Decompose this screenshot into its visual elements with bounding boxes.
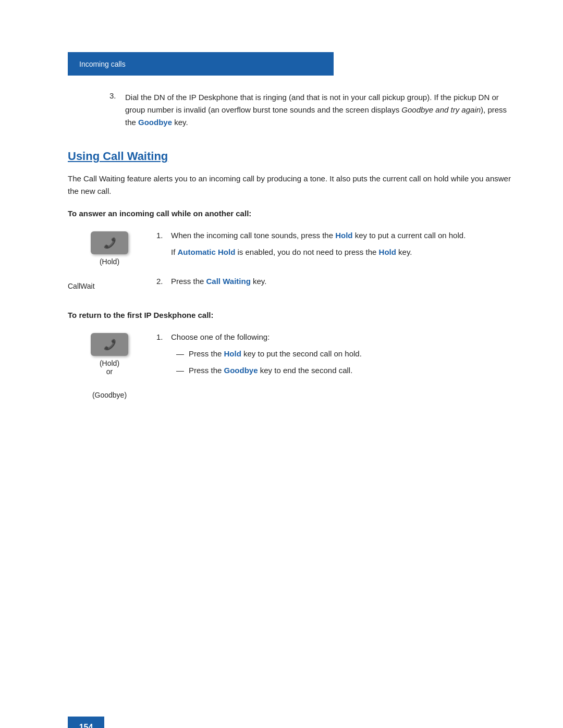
step3-text: Dial the DN of the IP Deskphone that is … <box>125 91 511 129</box>
hold-key-ref1: Hold <box>335 231 352 240</box>
hold-key-ref3: Hold <box>224 349 241 358</box>
answer-step1-para1: When the incoming call tone sounds, pres… <box>171 229 466 242</box>
content-area: 3. Dial the DN of the IP Deskphone that … <box>68 91 511 399</box>
hold-icon-label2: (Hold) <box>100 359 119 367</box>
answer-call-row: (Hold) 1. When the incoming call tone so… <box>68 229 511 270</box>
answer-steps-column: 1. When the incoming call tone sounds, p… <box>151 229 511 270</box>
dash-items: — Press the Hold key to put the second c… <box>176 348 362 377</box>
answer-step1: 1. When the incoming call tone sounds, p… <box>156 229 511 263</box>
hold-icon-label: (Hold) <box>100 257 119 266</box>
call-waiting-key-ref: Call Waiting <box>206 277 251 286</box>
return-step1-content: Choose one of the following: — Press the… <box>171 331 362 381</box>
sub-heading2: To return to the first IP Deskphone call… <box>68 311 511 319</box>
header-banner: Incoming calls <box>68 52 334 76</box>
hold-button-image2 <box>91 333 128 356</box>
or-label: or <box>106 367 113 376</box>
return-call-block: (Hold) or (Goodbye) 1. Choose one of the… <box>68 331 511 399</box>
header-banner-text: Incoming calls <box>79 60 126 68</box>
page-number-box: 154 <box>68 717 104 728</box>
answer-step2-content: Press the Call Waiting key. <box>171 275 266 288</box>
step3-number: 3. <box>109 91 125 129</box>
dash-text2: Press the Goodbye key to end the second … <box>189 364 352 377</box>
return-call-row: (Hold) or (Goodbye) 1. Choose one of the… <box>68 331 511 399</box>
goodbye-key-ref1: Goodbye <box>138 118 172 127</box>
callwait-row: CallWait 2. Press the Call Waiting key. <box>68 275 511 295</box>
callwait-label: CallWait <box>68 280 95 290</box>
dash-text1: Press the Hold key to put the second cal… <box>189 348 362 360</box>
answer-call-block: (Hold) 1. When the incoming call tone so… <box>68 229 511 295</box>
answer-step2: 2. Press the Call Waiting key. <box>156 275 511 288</box>
answer-step1-content: When the incoming call tone sounds, pres… <box>171 229 466 263</box>
dash-symbol1: — <box>176 348 189 360</box>
dash-item2: — Press the Goodbye key to end the secon… <box>176 364 362 377</box>
goodbye-label-text: (Goodbye) <box>92 391 127 399</box>
return-step1-num: 1. <box>156 331 171 381</box>
return-steps-column: 1. Choose one of the following: — Press … <box>151 331 511 388</box>
callwait-step-col: 2. Press the Call Waiting key. <box>151 275 511 295</box>
page-container: Incoming calls 3. Dial the DN of the IP … <box>0 52 563 728</box>
section-description: The Call Waiting feature alerts you to a… <box>68 172 511 198</box>
step3-block: 3. Dial the DN of the IP Deskphone that … <box>68 91 511 129</box>
dash-item1: — Press the Hold key to put the second c… <box>176 348 362 360</box>
callwait-icon-col: CallWait <box>68 280 151 290</box>
page-number: 154 <box>79 723 93 728</box>
hold-button-image <box>91 231 128 254</box>
auto-hold-ref: Automatic Hold <box>178 248 236 256</box>
answer-step2-num: 2. <box>156 275 171 288</box>
return-step1-intro: Choose one of the following: <box>171 331 362 343</box>
return-icon-column: (Hold) or (Goodbye) <box>68 331 151 399</box>
sub-heading1: To answer an incoming call while on anot… <box>68 209 511 218</box>
dash-symbol2: — <box>176 364 189 377</box>
goodbye-key-ref2: Goodbye <box>224 366 258 375</box>
answer-step1-num: 1. <box>156 229 171 263</box>
hold-key-ref2: Hold <box>379 248 396 256</box>
hold-icon-column: (Hold) <box>68 229 151 266</box>
section-title: Using Call Waiting <box>68 150 511 163</box>
answer-step1-para2: If Automatic Hold is enabled, you do not… <box>171 246 466 258</box>
return-step1: 1. Choose one of the following: — Press … <box>156 331 511 381</box>
